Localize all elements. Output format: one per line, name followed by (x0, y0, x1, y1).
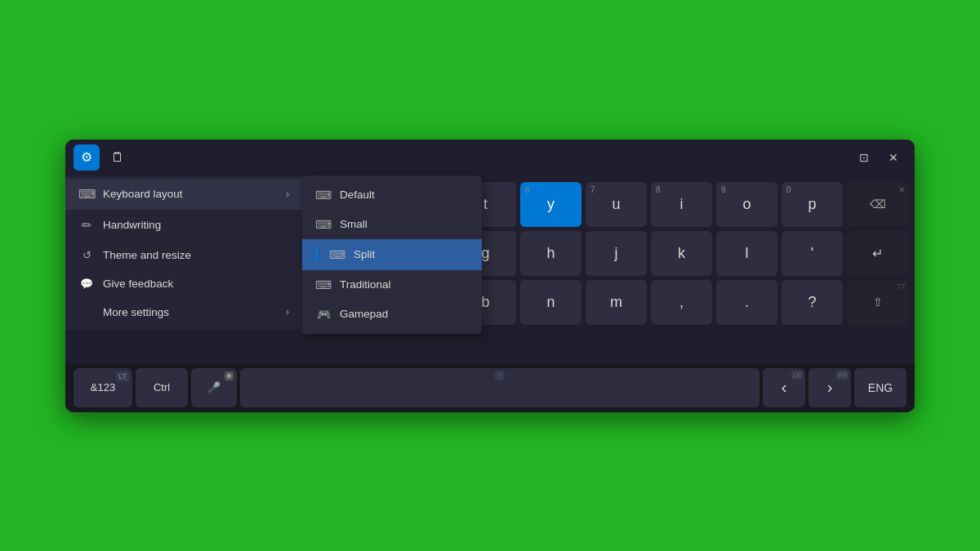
key-i-label: i (680, 196, 684, 213)
y-badge: Y (495, 371, 505, 380)
split-label: Split (354, 248, 375, 260)
key-g-label: g (481, 245, 489, 262)
split-icon: ⌨ (329, 248, 345, 261)
submenu-small[interactable]: ⌨ Small (302, 210, 482, 239)
keyboard-layout-label: Keyboard layout (103, 188, 183, 200)
key-y-label: y (547, 196, 555, 213)
key-u-label: u (612, 196, 620, 213)
key-o[interactable]: 9 o (716, 182, 777, 227)
key-question-label: ? (808, 294, 816, 311)
key-shift[interactable]: ⇧ TT (847, 280, 908, 325)
key-question[interactable]: ? (782, 280, 843, 325)
key-h[interactable]: h (520, 231, 581, 276)
key-o-num: 9 (721, 185, 726, 194)
submenu-gamepad[interactable]: 🎮 Gamepad (302, 300, 482, 329)
key-l[interactable]: l (716, 231, 777, 276)
shift-badge: TT (897, 282, 906, 291)
key-period-label: . (745, 294, 749, 311)
close-button[interactable]: ✕ (880, 144, 906, 171)
default-icon: ⌨ (315, 189, 332, 202)
split-active-bar (315, 247, 318, 262)
give-feedback-icon: 💬 (78, 278, 95, 290)
prev-icon: ‹ (782, 378, 787, 397)
lang-label: ENG (868, 381, 893, 394)
settings-button[interactable]: ⚙ (74, 144, 100, 171)
layout-submenu: ⌨ Default ⌨ Small ⌨ Split ⌨ Traditional (302, 176, 482, 334)
ctrl-button[interactable]: Ctrl (136, 368, 188, 407)
key-period[interactable]: . (716, 280, 777, 325)
title-bar-left: ⚙ 🗒 (74, 144, 131, 171)
key-p-label: p (808, 196, 816, 213)
key-backspace[interactable]: ⌫ ✕ (847, 182, 908, 227)
submenu-traditional[interactable]: ⌨ Traditional (302, 270, 482, 300)
sidebar-item-keyboard-layout[interactable]: ⌨ Keyboard layout › (65, 179, 302, 210)
keyboard-container: ⚙ 🗒 ⊡ ✕ ⌨ Keyboard layout › ✏ Han (65, 140, 915, 412)
key-n-label: n (546, 294, 555, 311)
title-bar: ⚙ 🗒 ⊡ ✕ (65, 140, 915, 176)
key-k[interactable]: k (651, 231, 712, 276)
key-m[interactable]: m (586, 280, 647, 325)
key-p-num: 0 (786, 185, 791, 194)
mic-badge: ⊕ (225, 371, 234, 380)
settings-icon: ⚙ (81, 149, 92, 165)
mic-button[interactable]: ⊕ 🎤 (191, 368, 237, 407)
key-i-num: 8 (656, 185, 661, 194)
key-m-label: m (610, 294, 622, 311)
backspace-icon: ⌫ (870, 198, 886, 211)
default-label: Default (340, 189, 375, 201)
key-i[interactable]: 8 i (651, 182, 712, 227)
key-u[interactable]: 7 u (586, 182, 647, 227)
key-enter[interactable]: ↵ (847, 231, 908, 276)
keyboard-layout-icon: ⌨ (78, 187, 95, 202)
key-apostrophe[interactable]: ' (782, 231, 843, 276)
next-badge: RB (836, 371, 849, 380)
nums-button[interactable]: LT &123 (74, 368, 132, 407)
sidebar-item-give-feedback[interactable]: 💬 Give feedback (65, 269, 302, 298)
key-l-label: l (746, 245, 749, 262)
pin-button[interactable]: ⊡ (851, 144, 877, 171)
key-t-label: t (483, 196, 488, 213)
bottom-bar: LT &123 Ctrl ⊕ 🎤 Y LB ‹ RB › ENG (65, 363, 915, 412)
prev-button[interactable]: LB ‹ (763, 368, 805, 407)
next-button[interactable]: RB › (808, 368, 851, 407)
handwriting-label: Handwriting (103, 219, 161, 231)
ctrl-label: Ctrl (154, 381, 170, 393)
key-j-label: j (615, 245, 618, 262)
sidebar-item-handwriting[interactable]: ✏ Handwriting (65, 210, 302, 241)
key-apostrophe-label: ' (811, 245, 813, 262)
submenu-split[interactable]: ⌨ Split (302, 239, 482, 270)
submenu-default[interactable]: ⌨ Default (302, 180, 482, 210)
next-icon: › (827, 378, 833, 397)
key-y[interactable]: 6 y (520, 182, 581, 227)
key-k-label: k (678, 245, 685, 262)
give-feedback-label: Give feedback (103, 278, 173, 290)
prev-badge: LB (791, 371, 803, 380)
key-comma-label: , (679, 294, 684, 311)
pin-icon: ⊡ (859, 151, 869, 164)
lang-button[interactable]: ENG (854, 368, 906, 407)
sidebar-item-theme-resize[interactable]: ↺ Theme and resize (65, 241, 302, 269)
theme-resize-label: Theme and resize (103, 249, 191, 261)
key-comma[interactable]: , (651, 280, 712, 325)
small-label: Small (340, 218, 368, 230)
key-j[interactable]: j (586, 231, 647, 276)
key-u-num: 7 (590, 185, 595, 194)
key-o-label: o (742, 196, 751, 213)
close-icon: ✕ (889, 151, 898, 164)
spacebar-button[interactable]: Y (240, 368, 760, 407)
nums-label: &123 (91, 381, 115, 393)
more-settings-arrow: › (286, 306, 289, 318)
key-b-label: b (481, 294, 489, 311)
small-icon: ⌨ (315, 218, 332, 231)
mic-icon: 🎤 (207, 381, 220, 393)
nums-badge: LT (116, 371, 129, 381)
sidebar-item-more-settings[interactable]: More settings › (65, 298, 302, 327)
key-p[interactable]: 0 p (782, 182, 843, 227)
more-settings-label: More settings (103, 306, 169, 318)
theme-resize-icon: ↺ (78, 249, 95, 261)
gamepad-icon: 🎮 (315, 308, 332, 321)
key-n[interactable]: n (520, 280, 581, 325)
clipboard-button[interactable]: 🗒 (105, 144, 131, 171)
key-y-num: 6 (525, 185, 530, 194)
backspace-x-label: ✕ (898, 185, 905, 194)
